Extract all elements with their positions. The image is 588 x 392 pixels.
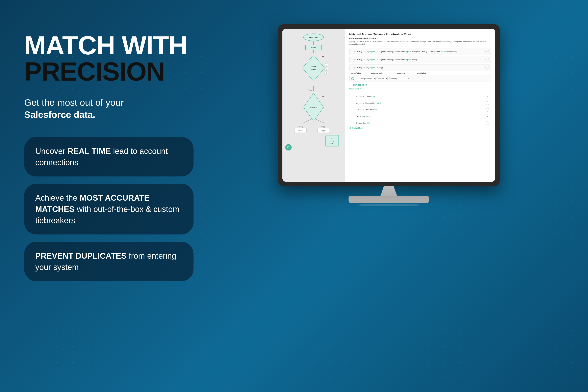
- tiebreak-drag-1: ⋮⋮: [351, 96, 355, 98]
- tiebreak-row-1: ⋮⋮ Number of Children* MAX −: [349, 94, 491, 99]
- svg-text:L2A: L2A: [321, 96, 324, 98]
- svg-text:Default: Default: [298, 126, 303, 128]
- monitor-stand: [278, 186, 500, 206]
- screen: New Lead Insert L2A Match Node: [282, 28, 495, 182]
- operator-select-wrap: equals: [377, 76, 388, 80]
- remove-btn-3[interactable]: −: [485, 66, 489, 70]
- flow-svg: New Lead Insert L2A Match Node: [282, 28, 345, 182]
- svg-text:L2A: L2A: [321, 56, 324, 58]
- tiebreak-name-5: Created Date MIN: [356, 122, 486, 124]
- condition-number: 1.: [356, 78, 357, 80]
- main-headline: MATCH WITH PRECISION: [24, 32, 206, 84]
- svg-text:Match: Match: [308, 89, 313, 91]
- panel-title: Matched Account Tiebreak Prioritization …: [349, 33, 491, 36]
- svg-text:Enter...: Enter...: [329, 142, 334, 144]
- feature-block-1: Uncover REAL TIME lead to account connec…: [24, 137, 194, 176]
- drag-icon-2: ⋮⋮: [351, 58, 356, 61]
- tiebreak-drag-2: ⋮⋮: [351, 102, 355, 104]
- tiebreak-remove-3[interactable]: −: [486, 108, 489, 112]
- tiebreak-remove-5[interactable]: −: [486, 121, 489, 125]
- stand-neck: [377, 186, 401, 196]
- tiebreak-drag-3: ⋮⋮: [351, 109, 355, 111]
- tiebreak-remove-4[interactable]: −: [486, 114, 489, 118]
- account-field-select-wrap: Billing Country: [359, 76, 376, 80]
- new-condition-plus: +: [349, 84, 351, 86]
- tiebreak-row-2: ⋮⋮ Number of Opportunities* MAX −: [349, 100, 491, 106]
- new-rule-button[interactable]: ⊕ + New Rule: [349, 127, 491, 129]
- tiebreak-row-4: ⋮⋮ Last Activity MAX −: [349, 114, 491, 119]
- new-condition-button[interactable]: + + New condition: [349, 84, 491, 86]
- condition-circle: [351, 77, 354, 80]
- new-condition-label: + New condition: [351, 84, 367, 86]
- left-panel: MATCH WITH PRECISION Get the most out of…: [24, 20, 206, 288]
- lead-field-select[interactable]: Country: [389, 77, 409, 80]
- svg-text:Insert: Insert: [311, 46, 316, 49]
- right-panel: New Lead Insert L2A Match Node: [206, 20, 572, 206]
- svg-text:⊞: ⊞: [325, 68, 327, 70]
- rule-row-3: ⋮⋮ (Billing Country equals Country) −: [349, 64, 491, 71]
- description-label: Description >: [349, 88, 361, 90]
- monitor: New Lead Insert L2A Match Node: [278, 24, 500, 186]
- operator-select[interactable]: equals: [377, 77, 388, 80]
- condition-row: 1. Billing Country equals: [349, 75, 491, 82]
- svg-text:Edge 1: Edge 1: [321, 126, 326, 128]
- feature-text-3: PREVENT DUPLICATES from entering your sy…: [35, 250, 182, 273]
- svg-text:Terri...: Terri...: [330, 140, 334, 142]
- svg-text:↺: ↺: [287, 146, 290, 149]
- headline-line2: PRECISION: [24, 58, 206, 84]
- tiebreak-name-1: Number of Children* MAX: [356, 96, 486, 98]
- prioritize-desc: Specify Tiebreaker Rules in cases where …: [349, 40, 491, 45]
- rule-text-2: (Billing Country equals Country) AND (Bi…: [357, 58, 485, 61]
- tiebreak-drag-4: ⋮⋮: [351, 116, 355, 118]
- svg-text:L2: L2: [331, 138, 333, 140]
- tiebreak-drag-5: ⋮⋮: [351, 122, 355, 124]
- svg-text:☰: ☰: [325, 72, 327, 74]
- feature-block-2: Achieve the MOST ACCURATE MATCHES with o…: [24, 184, 194, 234]
- svg-text:Edge 1: Edge 1: [321, 130, 326, 132]
- divider: [349, 92, 491, 92]
- rule-text-3: (Billing Country equals Country): [357, 67, 485, 69]
- remove-btn-1[interactable]: −: [485, 50, 489, 54]
- stand-base: [349, 196, 429, 203]
- drag-icon-3: ⋮⋮: [351, 66, 356, 69]
- svg-text:Match: Match: [311, 66, 316, 68]
- header-lead-field: Lead Field: [417, 72, 489, 74]
- rule-text-1: (Billing Country equals Country) AND (Bi…: [357, 50, 485, 52]
- headline-line1: MATCH WITH: [24, 32, 206, 58]
- svg-text:✎: ✎: [325, 64, 327, 66]
- tiebreak-row-3: ⋮⋮ Number of Contacts* MAX −: [349, 107, 491, 112]
- rule-row-2: ⋮⋮ (Billing Country equals Country) AND …: [349, 56, 491, 63]
- svg-text:Branch: Branch: [310, 106, 317, 108]
- tiebreak-remove-1[interactable]: −: [486, 95, 489, 98]
- drag-icon-1: ⋮⋮: [351, 50, 356, 53]
- lead-field-select-wrap: Country: [389, 76, 409, 80]
- description-link[interactable]: Description >: [349, 88, 491, 90]
- account-field-select[interactable]: Billing Country: [359, 77, 376, 80]
- subtitle: Get the most out of yourSalesforce data.: [24, 97, 206, 121]
- tiebreak-name-4: Last Activity MAX: [356, 116, 486, 118]
- new-rule-label: + New Rule: [352, 127, 363, 129]
- monitor-inner: New Lead Insert L2A Match Node: [282, 28, 495, 182]
- svg-text:Default: Default: [298, 130, 303, 132]
- rules-panel: Matched Account Tiebreak Prioritization …: [345, 28, 495, 182]
- tiebreak-name-3: Number of Contacts* MAX: [356, 109, 486, 111]
- remove-btn-2[interactable]: −: [485, 58, 489, 62]
- header-account-field: Account Field: [371, 72, 393, 74]
- computer-wrapper: New Lead Insert L2A Match Node: [278, 24, 500, 206]
- tiebreak-remove-2[interactable]: −: [486, 101, 489, 105]
- new-rule-plus: ⊕: [349, 127, 351, 129]
- tiebreak-name-2: Number of Opportunities* MAX: [356, 102, 486, 104]
- condition-header: Value / Field Account Field Operator Lea…: [349, 72, 491, 74]
- svg-text:Node: Node: [311, 68, 316, 70]
- svg-text:New Lead: New Lead: [309, 36, 318, 38]
- header-value-field: Value / Field: [351, 72, 367, 74]
- feature-block-3: PREVENT DUPLICATES from entering your sy…: [24, 242, 194, 281]
- stand-reflection: [357, 204, 421, 206]
- feature-text-1: Uncover REAL TIME lead to account connec…: [35, 146, 182, 168]
- header-operator: Operator: [397, 72, 413, 74]
- tiebreak-row-5: ⋮⋮ Created Date MIN −: [349, 120, 491, 126]
- feature-text-2: Achieve the MOST ACCURATE MATCHES with o…: [35, 192, 182, 226]
- flow-diagram-panel: New Lead Insert L2A Match Node: [282, 28, 345, 182]
- rule-row-1: ⋮⋮ (Billing Country equals Country) AND …: [349, 48, 491, 55]
- prioritize-label: Prioritize Matched Accounts: [349, 38, 491, 40]
